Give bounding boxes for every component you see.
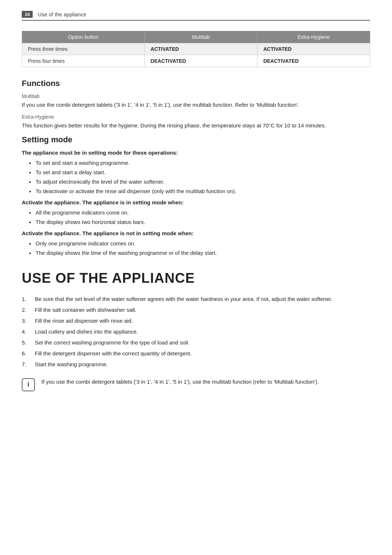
row1-extra-hygiene: ACTIVATED [257,43,370,55]
use-of-appliance-title: USE OF THE APPLIANCE [22,270,370,286]
use-step-7: 7. Start the washing programme. [22,360,370,369]
use-of-appliance-section: USE OF THE APPLIANCE 1. Be sure that the… [22,270,370,391]
col-header-multitab: Multitab [144,31,257,43]
info-box: i If you use the combi detergent tablets… [22,378,370,391]
intro-bullet-list: To set and start a washing programme. To… [22,159,370,196]
intro-bullet-4: To deactivate or activate the rinse aid … [29,187,370,196]
multitab-label: Multitab [22,93,370,99]
row1-action: Press three times [22,43,145,55]
use-step-5: 5. Set the correct washing programme for… [22,338,370,347]
row2-extra-hygiene: DEACTIVATED [257,55,370,67]
not-activate-bullet-list: Only one programme indicator comes on. T… [22,239,370,257]
row2-action: Press four times [22,55,145,67]
row2-multitab: DEACTIVATED [144,55,257,67]
not-activate-heading: Activate the appliance. The appliance is… [22,230,370,236]
use-step-6: 6. Fill the detergent dispenser with the… [22,349,370,358]
setting-mode-title: Setting mode [22,135,370,144]
intro-heading: The appliance must be in setting mode fo… [22,150,370,156]
setting-mode-section: Setting mode The appliance must be in se… [22,135,370,257]
info-icon: i [22,378,35,391]
info-text: If you use the combi detergent tablets (… [41,378,370,386]
activate-bullet-list: All the programme indicators come on. Th… [22,208,370,227]
page-header-title: Use of the appliance [38,12,86,17]
extra-hygiene-text: This function gives better results for t… [22,121,370,130]
page-header: 10 Use of the appliance [22,11,370,21]
use-steps-list: 1. Be sure that the set level of the wat… [22,295,370,369]
col-header-option: Option button [22,31,145,43]
multitab-text: If you use the combi detergent tablets (… [22,101,370,109]
table-row: Press three times ACTIVATED ACTIVATED [22,43,370,55]
functions-section: Functions Multitab If you use the combi … [22,79,370,130]
intro-bullet-2: To set and start a delay start. [29,168,370,177]
row1-multitab: ACTIVATED [144,43,257,55]
page: 10 Use of the appliance Option button Mu… [0,0,392,555]
not-activate-bullet-2: The display shows the time of the washin… [29,249,370,257]
extra-hygiene-label: Extra-Hygiene [22,114,370,120]
use-step-4: 4. Load cutlery and dishes into the appl… [22,327,370,336]
intro-bullet-1: To set and start a washing programme. [29,159,370,167]
option-table: Option button Multitab Extra-Hygiene Pre… [22,31,370,67]
not-activate-bullet-1: Only one programme indicator comes on. [29,239,370,248]
table-row: Press four times DEACTIVATED DEACTIVATED [22,55,370,67]
page-number: 10 [22,11,33,18]
intro-bullet-3: To adjust electronically the level of th… [29,177,370,186]
use-step-3: 3. Fill the rinse aid dispenser with rin… [22,317,370,325]
col-header-extra-hygiene: Extra-Hygiene [257,31,370,43]
activate-bullet-2: The display shows two horizontal status … [29,218,370,227]
activate-heading: Activate the appliance. The appliance is… [22,199,370,205]
use-step-2: 2. Fill the salt container with dishwash… [22,306,370,314]
activate-bullet-1: All the programme indicators come on. [29,208,370,217]
use-step-1: 1. Be sure that the set level of the wat… [22,295,370,303]
functions-title: Functions [22,79,370,88]
